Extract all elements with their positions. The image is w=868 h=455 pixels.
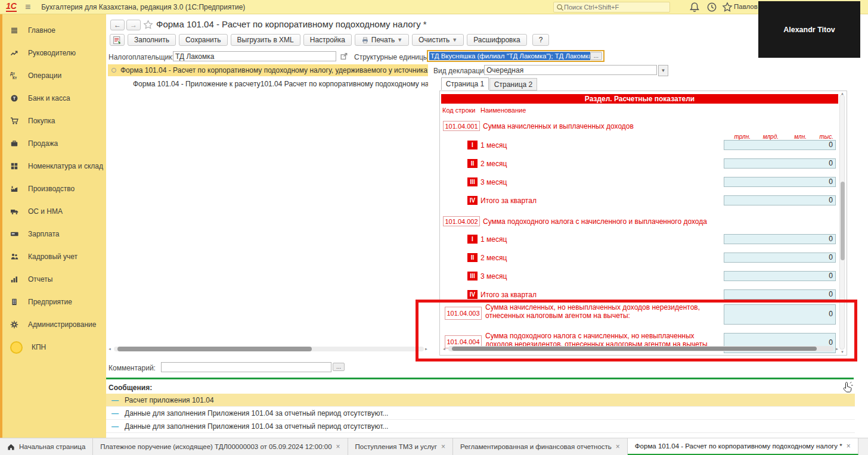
roman-chip: I [467, 235, 478, 244]
roman-chip: IV [467, 196, 478, 205]
bell-icon[interactable] [689, 2, 700, 13]
hamburger-menu-icon[interactable]: ≡ [25, 2, 30, 13]
decrypt-button[interactable]: Расшифровка [467, 34, 526, 46]
taxpayer-field[interactable]: ТД Лакомка [173, 51, 336, 61]
value-field[interactable]: 0 [724, 253, 836, 263]
chevron-down-icon: ▼ [452, 37, 457, 43]
value-field[interactable]: 0 [724, 158, 836, 169]
sidebar-item-sale[interactable]: Продажа [2, 132, 106, 155]
tree-item-form-101-04[interactable]: Форма 101.04 - Расчет по корпоративному … [108, 64, 428, 76]
table-vertical-scrollbar[interactable] [839, 95, 845, 350]
message-row[interactable]: — Данные для заполнения Приложения 101.0… [106, 420, 855, 433]
save-button[interactable]: Сохранить [179, 34, 228, 46]
sidebar-item-bank-cash[interactable]: Банк и касса [2, 87, 106, 110]
scroll-left-arrow[interactable]: ◄ [108, 347, 111, 351]
sidebar-item-operations[interactable]: ДтКт Операции [2, 64, 106, 87]
scroll-right-arrow[interactable]: ► [835, 347, 839, 351]
scroll-up-arrow[interactable]: ▲ [841, 91, 844, 96]
settings-button[interactable]: Настройка [303, 34, 352, 46]
global-search[interactable] [553, 2, 670, 13]
forward-button[interactable]: → [126, 20, 141, 30]
units-more-button[interactable]: ... [590, 52, 602, 60]
search-input[interactable] [564, 4, 659, 11]
tab-home[interactable]: Начальная страница [0, 438, 93, 455]
export-xml-button[interactable]: Выгрузить в XML [231, 34, 300, 46]
scroll-left-arrow[interactable]: ◄ [442, 347, 446, 351]
close-icon[interactable]: × [336, 442, 340, 451]
tab-receipts[interactable]: Поступления ТМЗ и услуг × [348, 438, 454, 455]
factory-icon [10, 184, 19, 194]
sidebar-item-enterprise[interactable]: Предприятие [2, 291, 106, 313]
people-icon [10, 252, 19, 261]
messages-title: Сообщения: [108, 384, 152, 392]
scale-label: млн. [780, 133, 807, 140]
close-icon[interactable]: × [441, 442, 445, 451]
sidebar-item-hr[interactable]: Кадровый учет [2, 245, 106, 268]
clear-button[interactable]: Очистить▼ [412, 34, 464, 46]
row-label: 1 месяц [480, 141, 507, 149]
sidebar-item-main[interactable]: Главное [2, 19, 106, 42]
row-label: 1 месяц [480, 235, 507, 244]
sidebar-item-purchase[interactable]: Покупка [2, 110, 106, 132]
sidebar-item-label: Банк и касса [28, 94, 70, 102]
sidebar-item-label: Главное [28, 26, 55, 35]
close-icon[interactable]: × [847, 442, 851, 450]
sidebar-item-label: Кадровый учет [28, 253, 78, 261]
fill-button[interactable]: Заполнить [128, 34, 176, 46]
help-button[interactable]: ? [532, 34, 550, 46]
sidebar-item-label: Предприятие [28, 298, 72, 306]
value-field[interactable]: 0 [724, 304, 836, 325]
value-field[interactable]: 0 [724, 140, 836, 150]
radio-node-icon [111, 68, 116, 73]
declaration-dropdown-button[interactable]: ▼ [658, 65, 668, 76]
tab-page-1[interactable]: Страница 1 [441, 77, 489, 90]
banknote-icon [10, 229, 19, 239]
open-link-icon[interactable] [340, 52, 349, 61]
table-horizontal-scrollbar[interactable] [448, 346, 833, 351]
sidebar-item-production[interactable]: Производство [2, 177, 106, 200]
roman-chip: I [467, 141, 478, 149]
taxpayer-label: Налогоплательщик: [108, 53, 174, 61]
close-icon[interactable]: × [616, 442, 620, 451]
value-field[interactable]: 0 [724, 271, 836, 281]
form-table: Раздел. Расчетные показатели Код строки … [439, 91, 847, 356]
sidebar-item-manager[interactable]: Руководителю [2, 42, 106, 64]
sidebar-item-reports[interactable]: Отчеты [2, 268, 106, 291]
message-dash-icon: — [111, 409, 119, 417]
menu-lines-icon [10, 26, 19, 35]
value-field[interactable]: 0 [724, 234, 836, 244]
comment-field[interactable] [161, 362, 331, 372]
scale-label: млрд. [752, 133, 779, 140]
declaration-type-field[interactable]: Очередная [484, 65, 657, 75]
message-row[interactable]: — Расчет приложения 101.04 [106, 394, 855, 407]
sidebar-item-nomenclature-warehouse[interactable]: Номенклатура и склад [2, 155, 106, 177]
message-row[interactable]: — Данные для заполнения Приложения 101.0… [106, 407, 855, 420]
back-button[interactable]: ← [110, 20, 125, 30]
favorites-star-icon[interactable] [722, 2, 733, 13]
structural-units-field[interactable]: ТД Вкусняшка (филиал "ТД Лакомка"); ТД Л… [427, 50, 604, 62]
page-title: Форма 101.04 - Расчет по корпоративному … [156, 19, 427, 29]
row-label: 2 месяц [480, 160, 507, 168]
sidebar-item-administration[interactable]: Администрирование [2, 313, 106, 336]
value-field[interactable]: 0 [724, 195, 836, 205]
tree-horizontal-scrollbar[interactable] [114, 347, 424, 351]
sidebar-item-fixed-assets[interactable]: ОС и НМА [2, 200, 106, 223]
scroll-right-arrow[interactable]: ► [424, 347, 428, 351]
history-icon[interactable] [706, 2, 717, 13]
tree-item-appendix-101-04[interactable]: Форма 101.04 - Приложение к расчету101.0… [133, 79, 428, 89]
sidebar-item-label: ОС и НМА [28, 207, 63, 216]
favorite-star-icon[interactable] [143, 20, 153, 30]
tab-regulated-reporting[interactable]: Регламентированная и финансовая отчетнос… [453, 438, 628, 455]
tab-form-101-04[interactable]: Форма 101.04 - Расчет по корпоративному … [628, 438, 858, 455]
value-field[interactable]: 0 [724, 177, 836, 187]
sidebar-item-kpn[interactable]: КПН [2, 336, 106, 359]
print-button[interactable]: Печать▼ [355, 34, 409, 46]
scroll-down-arrow[interactable]: ▼ [841, 350, 844, 354]
tab-payment-order[interactable]: Платежное поручение (исходящее) ТДЛ00000… [93, 438, 348, 455]
row-code: 101.04.002 [443, 216, 480, 226]
value-field[interactable]: 0 [724, 289, 836, 300]
tab-page-2[interactable]: Страница 2 [489, 78, 537, 91]
fill-report-button[interactable] [110, 34, 125, 46]
comment-more-button[interactable]: ... [333, 363, 345, 371]
sidebar-item-salary[interactable]: Зарплата [2, 223, 106, 245]
